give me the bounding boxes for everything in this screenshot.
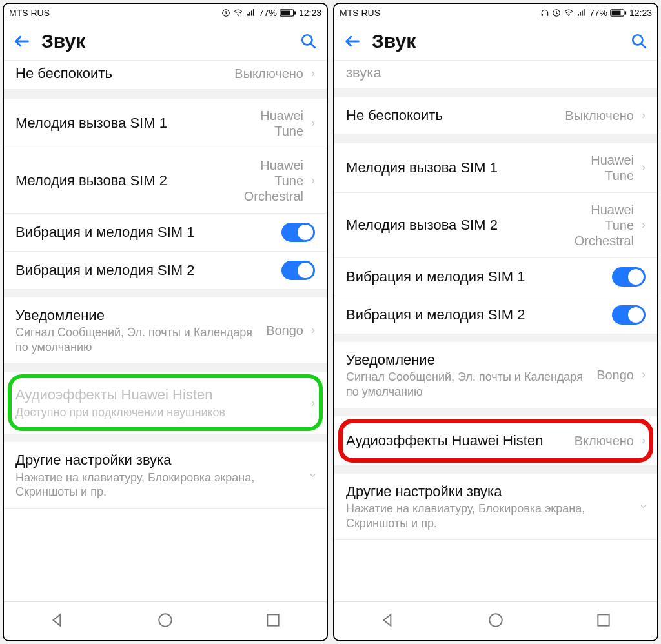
status-bar: MTS RUS 77% 12:23 (334, 4, 657, 22)
wifi-icon (233, 8, 243, 17)
back-icon[interactable] (13, 32, 31, 50)
other-label: Другие настройки звука (15, 451, 303, 469)
dnd-label: Не беспокоить (346, 106, 557, 125)
section-divider (4, 90, 327, 99)
nav-home-icon[interactable] (157, 612, 174, 631)
section-divider (334, 88, 657, 97)
ring2-label: Мелодия вызова SIM 2 (15, 172, 236, 190)
svg-rect-2 (247, 14, 249, 16)
chevron-right-icon: › (642, 108, 646, 122)
dnd-value: Выключено (234, 66, 303, 81)
ring2-value: Huawei Tune Orchestral (244, 157, 303, 204)
notif-sub: Сигнал Сообщений, Эл. почты и Календаря … (346, 370, 589, 399)
settings-list: Не беспокоить Выключено › Мелодия вызова… (4, 61, 327, 601)
row-other-sound[interactable]: Другие настройки звука Нажатие на клавиа… (334, 466, 657, 541)
svg-point-24 (489, 614, 502, 627)
row-vibrate-sim2[interactable]: Вибрация и мелодия SIM 2 (334, 296, 657, 334)
signal-icon (576, 8, 587, 17)
svg-rect-21 (624, 11, 626, 14)
notif-value: Bongo (596, 367, 634, 383)
page-title: Звук (41, 30, 289, 52)
search-icon[interactable] (300, 32, 318, 50)
toggle-vib1[interactable] (612, 267, 646, 287)
nav-recent-icon[interactable] (265, 612, 281, 631)
phone-left: MTS RUS 77% 12:23 Звук Не беспокоить Вык… (3, 3, 328, 641)
section-divider (334, 134, 657, 143)
dnd-value: Выключено (565, 108, 634, 123)
row-dnd[interactable]: Не беспокоить Выключено › (4, 61, 327, 90)
vibrate-icon (552, 8, 561, 17)
chevron-right-icon: › (642, 368, 646, 381)
histen-label: Аудиоэффекты Huawei Histen (346, 432, 567, 450)
row-vibrate-sim2[interactable]: Вибрация и мелодия SIM 2 (4, 252, 327, 290)
chevron-right-icon: › (311, 66, 315, 80)
svg-rect-25 (598, 614, 609, 625)
toggle-vib2[interactable] (612, 305, 646, 325)
svg-rect-12 (542, 14, 543, 16)
nav-bar (334, 601, 657, 640)
row-ringtone-sim2[interactable]: Мелодия вызова SIM 2 Huawei Tune Orchest… (334, 193, 657, 258)
svg-rect-4 (251, 11, 252, 16)
battery-pct: 77% (589, 8, 607, 18)
chevron-down-icon: › (637, 505, 651, 508)
notif-value: Bongo (266, 323, 303, 338)
histen-value: Включено (575, 433, 634, 448)
row-other-sound[interactable]: Другие настройки звука Нажатие на клавиа… (4, 434, 327, 509)
other-label: Другие настройки звука (346, 483, 634, 501)
nav-recent-icon[interactable] (595, 612, 612, 631)
row-notification[interactable]: Уведомление Сигнал Сообщений, Эл. почты … (334, 334, 657, 409)
row-histen[interactable]: Аудиоэффекты Huawei Histen Включено › (334, 408, 657, 466)
nav-back-icon[interactable] (49, 612, 66, 631)
chevron-right-icon: › (311, 323, 315, 337)
svg-rect-13 (547, 14, 548, 16)
phone-right: MTS RUS 77% 12:23 Звук звука Не беспокои… (333, 3, 658, 641)
carrier-label: MTS RUS (9, 8, 50, 18)
wifi-icon (564, 8, 574, 17)
svg-rect-19 (584, 9, 585, 16)
row-ringtone-sim2[interactable]: Мелодия вызова SIM 2 Huawei Tune Orchest… (4, 148, 327, 214)
dnd-label: Не беспокоить (15, 65, 227, 83)
row-notification[interactable]: Уведомление Сигнал Сообщений, Эл. почты … (4, 290, 327, 365)
toggle-vib1[interactable] (281, 223, 315, 242)
vib1-label: Вибрация и мелодия SIM 1 (15, 223, 274, 241)
page-title: Звук (372, 30, 620, 52)
svg-rect-18 (582, 11, 583, 16)
battery-pct: 77% (259, 8, 277, 18)
settings-list: звука Не беспокоить Выключено › Мелодия … (334, 61, 657, 601)
chevron-right-icon: › (642, 434, 646, 447)
svg-rect-7 (294, 11, 296, 14)
row-vibrate-sim1[interactable]: Вибрация и мелодия SIM 1 (334, 258, 657, 296)
ring2-label: Мелодия вызова SIM 2 (346, 216, 567, 234)
signal-icon (246, 8, 256, 17)
vib2-label: Вибрация и мелодия SIM 2 (346, 306, 604, 324)
ring1-value: Huawei Tune (260, 108, 303, 139)
clock-label: 12:23 (629, 8, 652, 18)
status-bar: MTS RUS 77% 12:23 (4, 4, 327, 22)
row-ringtone-sim1[interactable]: Мелодия вызова SIM 1 Huawei Tune › (334, 143, 657, 193)
nav-bar (4, 601, 327, 640)
svg-rect-11 (267, 614, 278, 625)
row-histen: Аудиоэффекты Huawei Histen Доступно при … (4, 364, 327, 434)
svg-point-15 (568, 15, 569, 16)
svg-point-1 (238, 15, 239, 16)
chevron-right-icon: › (311, 396, 315, 410)
row-vibrate-sim1[interactable]: Вибрация и мелодия SIM 1 (4, 214, 327, 252)
headphones-icon (540, 8, 549, 17)
vib2-label: Вибрация и мелодия SIM 2 (15, 261, 274, 279)
nav-back-icon[interactable] (380, 612, 396, 631)
battery-icon (610, 8, 627, 17)
back-icon[interactable] (343, 32, 361, 50)
histen-sub: Доступно при подключении наушников (15, 405, 303, 420)
carrier-label: MTS RUS (340, 8, 380, 18)
battery-icon (280, 8, 296, 17)
app-bar: Звук (4, 22, 327, 61)
ring1-label: Мелодия вызова SIM 1 (15, 114, 252, 132)
nav-home-icon[interactable] (487, 612, 504, 631)
row-dnd[interactable]: Не беспокоить Выключено › (334, 97, 657, 134)
clock-label: 12:23 (299, 8, 321, 18)
search-icon[interactable] (630, 32, 648, 50)
svg-point-10 (159, 614, 172, 627)
toggle-vib2[interactable] (281, 261, 315, 280)
row-ringtone-sim1[interactable]: Мелодия вызова SIM 1 Huawei Tune › (4, 99, 327, 148)
svg-rect-3 (249, 12, 250, 16)
